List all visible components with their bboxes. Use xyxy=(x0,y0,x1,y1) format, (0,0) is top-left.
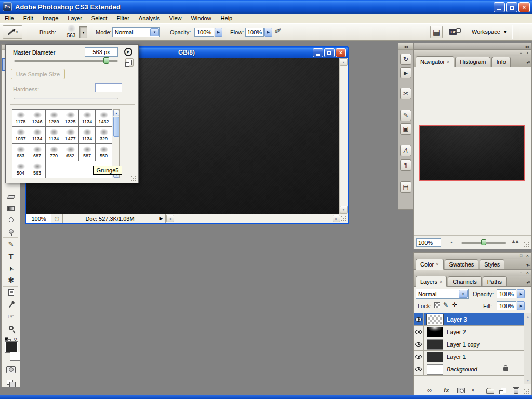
opacity-input[interactable]: 100% xyxy=(194,28,214,37)
tab-close-icon[interactable]: × xyxy=(436,262,438,267)
brush-preset[interactable]: 563 xyxy=(29,161,46,178)
notes-tool[interactable] xyxy=(4,287,18,298)
new-preset-button[interactable] xyxy=(125,58,134,66)
gradient-tool[interactable] xyxy=(4,203,18,214)
panel-close-button[interactable]: × xyxy=(526,270,529,275)
lock-transparency-button[interactable] xyxy=(434,302,440,308)
layer-thumbnail[interactable] xyxy=(427,364,443,375)
link-layers-button[interactable]: ∞ xyxy=(427,386,432,394)
lock-paint-button[interactable]: ✎ xyxy=(443,301,448,309)
layer-row-layer3[interactable]: Layer 3 xyxy=(414,313,524,326)
flow-input[interactable]: 100% xyxy=(245,28,264,37)
brush-preset[interactable]: 1246 xyxy=(29,110,46,127)
menu-analysis[interactable]: Analysis xyxy=(134,14,165,23)
tab-info[interactable]: Info xyxy=(491,57,510,66)
toggle-palettes-button[interactable]: ▤ xyxy=(430,26,443,38)
hand-tool[interactable]: ☞ xyxy=(4,311,18,322)
panel-menu-icon[interactable]: ▾≡ xyxy=(526,280,530,285)
navigator-zoom-field[interactable]: 100% xyxy=(416,238,441,247)
new-layer-button[interactable] xyxy=(501,388,506,393)
horizontal-scrollbar[interactable]: ◀ ▶ xyxy=(166,214,348,223)
layer-thumbnail[interactable] xyxy=(427,314,443,325)
tab-histogram[interactable]: Histogram xyxy=(455,57,490,66)
blend-mode-select[interactable]: Normal ▾ xyxy=(416,289,469,299)
picker-flyout-button[interactable]: ▶ xyxy=(124,48,132,56)
zoom-in-icon[interactable]: ▲▲ xyxy=(511,238,518,244)
character-panel-button[interactable]: A xyxy=(400,145,411,156)
airbrush-icon[interactable]: ✐ xyxy=(273,25,282,36)
layers-opacity-slider-button[interactable]: ▶ xyxy=(517,289,525,298)
tool-presets-panel-button[interactable]: ✂ xyxy=(400,88,411,99)
lock-move-button[interactable]: ✛ xyxy=(452,301,457,309)
scroll-up-button[interactable]: ▲ xyxy=(525,314,531,320)
zoom-tool[interactable] xyxy=(4,323,18,333)
history-panel-button[interactable]: ↻ xyxy=(400,54,411,65)
resize-grip[interactable] xyxy=(341,216,347,222)
brush-preset[interactable]: 504 xyxy=(12,161,29,178)
scroll-up-button[interactable]: ▲ xyxy=(340,58,348,66)
tab-color[interactable]: Color× xyxy=(416,259,444,270)
dodge-tool[interactable] xyxy=(4,226,18,236)
layer-thumbnail[interactable] xyxy=(427,339,443,350)
tab-swatches[interactable]: Swatches xyxy=(445,259,479,269)
menu-image[interactable]: Image xyxy=(38,14,63,23)
menu-select[interactable]: Select xyxy=(87,14,112,23)
visibility-toggle[interactable] xyxy=(414,326,424,338)
actions-panel-button[interactable]: ▶ xyxy=(400,67,411,78)
zoom-level-field[interactable]: 100% xyxy=(26,214,51,223)
brush-preset[interactable]: 1477 xyxy=(62,127,79,144)
menu-edit[interactable]: Edit xyxy=(19,14,38,23)
pen-tool[interactable]: ✎ xyxy=(4,238,18,249)
opacity-slider-button[interactable]: ▶ xyxy=(215,28,222,37)
brush-preview[interactable]: 563 xyxy=(63,25,79,38)
current-tool-button[interactable]: ▾ xyxy=(3,25,22,39)
panel-close-button[interactable]: × xyxy=(526,253,529,258)
brushes-panel-button[interactable]: ✎ xyxy=(400,110,411,121)
panel-resize-grip[interactable] xyxy=(524,389,530,395)
brush-preset[interactable]: 1134 xyxy=(46,127,62,144)
workspace-dropdown[interactable]: Workspace ▼ xyxy=(472,29,507,35)
panel-minimize-button[interactable]: − xyxy=(520,50,522,56)
blend-mode-dropdown-icon[interactable]: ▾ xyxy=(459,290,468,298)
diameter-slider-track[interactable] xyxy=(14,60,118,62)
visibility-toggle[interactable] xyxy=(414,313,424,326)
mode-dropdown-icon[interactable]: ▾ xyxy=(150,28,159,36)
layer-row-layer1[interactable]: Layer 1 xyxy=(414,351,524,363)
layer-row-layer1copy[interactable]: Layer 1 copy xyxy=(414,338,524,351)
brush-preset[interactable]: 683 xyxy=(12,144,29,161)
layer-list-scrollbar[interactable]: ▲ ▼ xyxy=(524,313,531,384)
brush-picker-toggle[interactable]: ▾ xyxy=(79,26,87,38)
dock-expand-button[interactable]: ◀◀ xyxy=(398,43,413,50)
doc-minimize-button[interactable] xyxy=(313,48,323,57)
layer-row-layer2[interactable]: Layer 2 xyxy=(414,326,524,338)
visibility-toggle[interactable] xyxy=(414,351,424,363)
mode-select[interactable]: Normal ▾ xyxy=(112,27,160,37)
vertical-scrollbar[interactable]: ▲ ▼ xyxy=(339,58,348,214)
layer-name[interactable]: Layer 2 xyxy=(447,329,466,335)
collapse-right-icon[interactable]: ▶▶ xyxy=(526,45,529,48)
type-tool[interactable]: T xyxy=(4,251,18,261)
brush-preset[interactable]: 1289 xyxy=(46,110,62,127)
fill-input[interactable]: 100% xyxy=(497,301,516,310)
flow-slider-button[interactable]: ▶ xyxy=(264,28,272,37)
grid-scroll-thumb[interactable] xyxy=(113,117,119,137)
brush-preset[interactable]: 1134 xyxy=(79,127,96,144)
restore-button[interactable] xyxy=(506,2,517,12)
panel-menu-icon[interactable]: ▾≡ xyxy=(526,263,530,268)
brush-preset[interactable]: 1134 xyxy=(29,127,46,144)
scroll-down-button[interactable]: ▼ xyxy=(340,206,348,214)
foreground-color-swatch[interactable] xyxy=(5,341,18,353)
background-color-swatch[interactable] xyxy=(10,352,20,361)
eyedropper-tool[interactable] xyxy=(4,300,18,310)
layer-name[interactable]: Layer 3 xyxy=(447,316,467,323)
visibility-toggle[interactable] xyxy=(414,338,424,351)
eraser-tool[interactable] xyxy=(4,192,18,202)
clone-source-panel-button[interactable]: ▣ xyxy=(400,123,411,135)
custom-shape-tool[interactable]: ✱ xyxy=(4,275,18,285)
panel-menu-icon[interactable]: ▾≡ xyxy=(526,60,530,65)
panel-resize-grip[interactable] xyxy=(524,242,530,248)
layer-name[interactable]: Layer 1 copy xyxy=(447,341,480,348)
panel-close-button[interactable]: × xyxy=(526,50,529,56)
blur-tool[interactable] xyxy=(4,215,18,225)
doc-restore-button[interactable] xyxy=(324,48,335,57)
